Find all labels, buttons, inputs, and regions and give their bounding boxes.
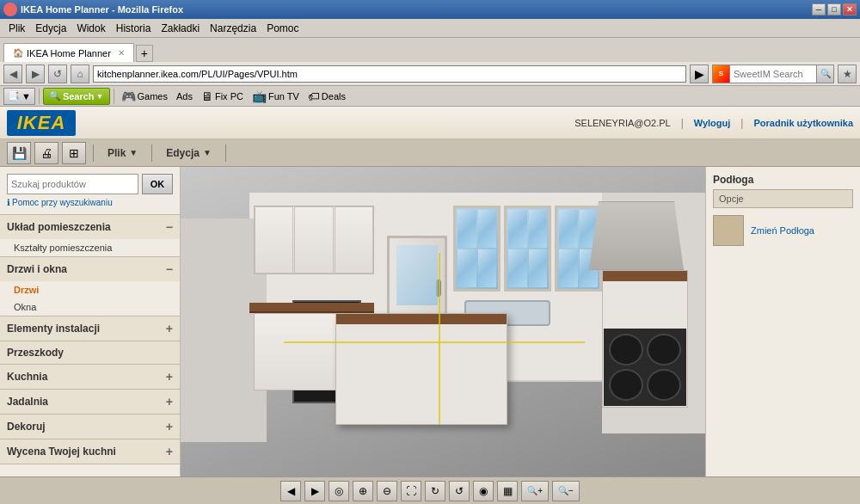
bottom-bar: ◀ ▶ ◎ ⊕ ⊖ ⛶ ↻ ↺ ◉ ▦ 🔍+ 🔍− (0, 476, 860, 504)
bottom-btn-forward[interactable]: ▶ (304, 481, 325, 501)
menu-widok[interactable]: Widok (71, 21, 110, 36)
right-panel: Podłoga Opcje Zmień Podłoga (705, 167, 860, 476)
plik-label: Plik (108, 147, 126, 159)
search-ok-btn[interactable]: OK (142, 174, 173, 194)
search-help[interactable]: ℹ Pomoc przy wyszukiwaniu (7, 198, 173, 207)
window-2 (504, 206, 551, 292)
search-toolbar-label: Search (63, 91, 95, 101)
bottom-btn-6[interactable]: ⛶ (401, 481, 421, 501)
fixpc-icon: 🖥 (201, 89, 213, 103)
grid-btn[interactable]: ⊞ (62, 142, 86, 164)
back-btn[interactable]: ◀ (3, 65, 22, 83)
section-elementy: Elementy instalacji + (0, 317, 180, 341)
section-kuchnia-icon: + (166, 370, 173, 384)
section-uklad: Układ pomieszczenia − Kształty pomieszcz… (0, 215, 180, 257)
bottom-btn-5[interactable]: ⊖ (377, 481, 397, 501)
bottom-btn-10[interactable]: ▦ (497, 481, 518, 501)
search-go-btn[interactable]: 🔍 (816, 65, 833, 83)
minimize-btn[interactable]: ─ (812, 3, 826, 15)
url-input[interactable] (93, 65, 686, 83)
viewport[interactable] (181, 167, 705, 476)
bookmarks-bar: 📑 ▼ 🔍 Search ▼ 🎮 Games Ads 🖥 Fix PC 📺 Fu… (0, 86, 860, 107)
print-btn[interactable]: 🖨 (34, 142, 58, 164)
go-btn[interactable]: ▶ (690, 65, 709, 83)
guideline-vertical (439, 253, 440, 425)
search-input[interactable] (730, 65, 816, 83)
menu-historia[interactable]: Historia (111, 21, 157, 36)
item-ksztalty[interactable]: Kształty pomieszczenia (0, 239, 180, 256)
section-przeszkody-header[interactable]: Przeszkody (0, 341, 180, 364)
games-label: Games (138, 91, 168, 101)
search-toolbar-icon: 🔍 (49, 90, 61, 101)
plik-menu-btn[interactable]: Plik ▼ (101, 142, 144, 164)
funtv-label: Fun TV (268, 91, 299, 101)
section-wycena: Wycena Twojej kuchni + (0, 439, 180, 464)
product-search-input[interactable] (7, 174, 138, 194)
maximize-btn[interactable]: □ (827, 3, 841, 15)
pane-br2 (529, 249, 548, 287)
tab-label: IKEA Home Planner (27, 48, 111, 58)
edycja-label: Edycja (166, 147, 200, 159)
section-dekoruj-header[interactable]: Dekoruj + (0, 415, 180, 439)
bookmark-games[interactable]: 🎮 Games (118, 88, 171, 105)
menu-edycja[interactable]: Edycja (30, 21, 71, 36)
section-jadalnia-header[interactable]: Jadalnia + (0, 390, 180, 414)
section-kuchnia-header[interactable]: Kuchnia + (0, 365, 180, 389)
bottom-btn-8[interactable]: ↺ (449, 481, 470, 501)
help-text: Pomoc przy wyszukiwaniu (12, 198, 113, 207)
bottom-btn-7[interactable]: ↻ (425, 481, 445, 501)
section-kuchnia: Kuchnia + (0, 365, 180, 390)
bottom-btn-zoomout[interactable]: 🔍− (552, 481, 580, 501)
item-okna[interactable]: Okna (0, 298, 180, 316)
search-box: S 🔍 (712, 65, 834, 83)
save-btn[interactable]: 💾 (7, 142, 31, 164)
edycja-menu-btn[interactable]: Edycja ▼ (159, 142, 218, 164)
section-drzwi-items: Drzwi Okna (0, 281, 180, 316)
deals-label: Deals (322, 91, 346, 101)
main-content: OK ℹ Pomoc przy wyszukiwaniu Układ pomie… (0, 167, 860, 476)
bm-dropdown-arrow: ▼ (22, 91, 31, 101)
bookmark-funtv[interactable]: 📺 Fun TV (249, 88, 303, 105)
bottom-btn-back[interactable]: ◀ (280, 481, 301, 501)
floor-change-link[interactable]: Zmień Podłoga (751, 225, 814, 236)
guide-link[interactable]: Poradnik użytkownika (753, 118, 853, 128)
search-toolbar-btn[interactable]: 🔍 Search ▼ (43, 88, 110, 105)
menu-zakladki[interactable]: Zakładki (156, 21, 205, 36)
section-elementy-header[interactable]: Elementy instalacji + (0, 317, 180, 341)
menu-pomoc[interactable]: Pomoc (261, 21, 304, 36)
forward-btn[interactable]: ▶ (26, 65, 45, 83)
firefox-icon (3, 3, 17, 16)
section-jadalnia-icon: + (166, 395, 173, 409)
menu-plik[interactable]: Plik (3, 21, 30, 36)
tab-close-icon[interactable]: ✕ (118, 48, 125, 58)
bookmark-fixpc[interactable]: 🖥 Fix PC (198, 88, 247, 105)
home-btn[interactable]: ⌂ (71, 65, 89, 83)
counter-top (249, 303, 374, 313)
rp-option-row: Zmień Podłoga (713, 212, 853, 249)
section-drzwi-header[interactable]: Drzwi i okna − (0, 257, 180, 281)
bookmarks-star-btn[interactable]: ★ (838, 65, 857, 83)
menu-narzedzia[interactable]: Narzędzia (205, 21, 261, 36)
item-drzwi[interactable]: Drzwi (0, 281, 180, 298)
logout-link[interactable]: Wyloguj (694, 118, 731, 128)
bookmark-ads[interactable]: Ads (173, 88, 196, 105)
section-uklad-header[interactable]: Układ pomieszczenia − (0, 215, 180, 239)
bottom-btn-3[interactable]: ◎ (329, 481, 349, 501)
reload-btn[interactable]: ↺ (48, 65, 67, 83)
bottom-btn-zoom[interactable]: 🔍+ (521, 481, 549, 501)
bookmarks-dropdown[interactable]: 📑 ▼ (3, 88, 35, 105)
header-divider: | (681, 117, 684, 129)
close-btn[interactable]: ✕ (843, 3, 857, 15)
games-icon: 🎮 (121, 89, 136, 103)
window-group (453, 206, 602, 292)
ikea-header: IKEA SELENEYRIA@O2.PL | Wyloguj | Poradn… (0, 107, 860, 139)
bm-dropdown-icon: 📑 (8, 90, 20, 101)
burner-3 (609, 369, 643, 401)
bottom-btn-9[interactable]: ◉ (473, 481, 494, 501)
section-uklad-items: Kształty pomieszczenia (0, 239, 180, 256)
new-tab-btn[interactable]: + (136, 45, 153, 62)
section-wycena-header[interactable]: Wycena Twojej kuchni + (0, 439, 180, 464)
bottom-btn-4[interactable]: ⊕ (353, 481, 373, 501)
tab-main[interactable]: 🏠 IKEA Home Planner ✕ (3, 43, 134, 62)
bookmark-deals[interactable]: 🏷 Deals (304, 88, 349, 105)
